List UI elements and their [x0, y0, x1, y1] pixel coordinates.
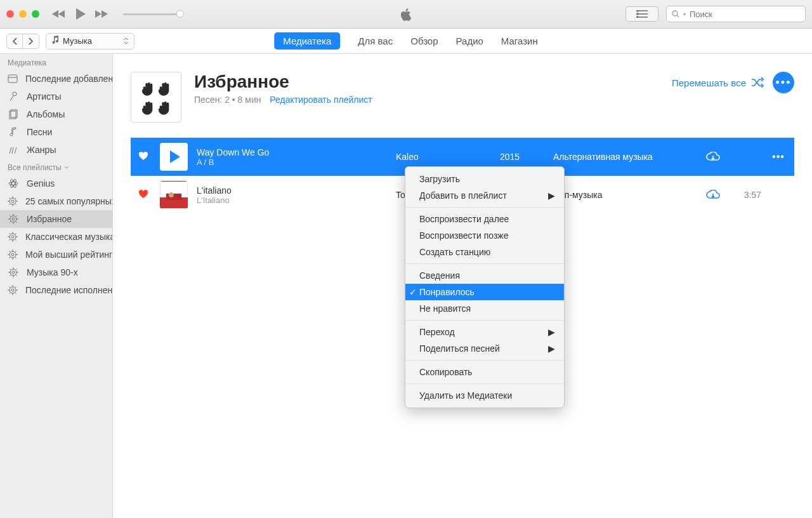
ctx-create-station[interactable]: Создать станцию — [405, 244, 564, 260]
svg-point-10 — [13, 92, 16, 96]
sidebar-playlist-90s[interactable]: Музыка 90-х — [0, 263, 112, 281]
check-icon: ✓ — [409, 287, 417, 297]
track-artwork[interactable] — [160, 143, 188, 171]
minimize-window-button[interactable] — [19, 10, 27, 18]
svg-point-3 — [637, 10, 638, 11]
sidebar-playlist-top-rated[interactable]: Мой высший рейтинг — [0, 246, 112, 263]
ctx-play-later[interactable]: Воспроизвести позже — [405, 227, 564, 244]
sidebar-item-label: Артисты — [27, 91, 62, 102]
playlist-artwork[interactable] — [131, 72, 181, 123]
sidebar-playlist-recent-played[interactable]: Последние исполнен… — [0, 281, 112, 299]
hand-icon — [157, 98, 171, 115]
svg-line-38 — [16, 215, 17, 216]
sidebar-section-playlists[interactable]: Все плейлисты — [0, 159, 112, 175]
track-artwork[interactable] — [160, 181, 188, 209]
volume-slider[interactable] — [123, 13, 180, 15]
sidebar-item-recently-added[interactable]: Последние добавлен… — [0, 70, 112, 88]
tab-browse[interactable]: Обзор — [410, 36, 438, 46]
svg-line-59 — [9, 257, 10, 258]
context-menu: Загрузить Добавить в плейлист▶ Воспроизв… — [405, 166, 565, 408]
ctx-download[interactable]: Загрузить — [405, 171, 564, 187]
track-title: Way Down We Go — [197, 147, 387, 157]
download-button[interactable] — [702, 190, 724, 200]
maximize-window-button[interactable] — [32, 10, 39, 18]
play-button[interactable] — [75, 8, 86, 20]
nav-back-button[interactable] — [6, 34, 23, 49]
svg-line-7 — [677, 15, 679, 17]
gear-icon — [8, 232, 18, 242]
ctx-share-song[interactable]: Поделиться песней▶ — [405, 340, 564, 357]
svg-point-61 — [12, 271, 15, 274]
svg-point-21 — [11, 200, 14, 203]
tab-radio[interactable]: Радио — [456, 36, 483, 46]
svg-line-78 — [15, 286, 16, 288]
svg-line-56 — [9, 251, 10, 252]
sidebar-item-label: Жанры — [27, 145, 56, 155]
more-options-button[interactable]: ••• — [773, 72, 794, 93]
loved-icon[interactable] — [138, 152, 151, 163]
svg-line-67 — [16, 275, 17, 276]
sidebar-playlist-classical[interactable]: Классическая музыка — [0, 228, 112, 246]
svg-line-68 — [16, 269, 17, 270]
next-track-button[interactable] — [95, 10, 109, 18]
library-selector-label: Музыка — [63, 36, 92, 46]
ctx-add-to-playlist[interactable]: Добавить в плейлист▶ — [405, 187, 564, 204]
tab-for-you[interactable]: Для вас — [358, 36, 393, 46]
sidebar-item-songs[interactable]: Песни — [0, 123, 112, 141]
ctx-dislike[interactable]: Не нравится — [405, 300, 564, 317]
ctx-play-next[interactable]: Воспроизвести далее — [405, 211, 564, 227]
sidebar-item-label: Последние добавлен… — [25, 74, 112, 84]
svg-line-36 — [10, 215, 11, 216]
track-year: 2015 — [500, 152, 544, 162]
track-duration: 3:57 — [733, 190, 761, 200]
ctx-love[interactable]: ✓Понравилось — [405, 284, 564, 300]
recently-added-icon — [8, 74, 18, 83]
library-selector[interactable]: Музыка — [46, 33, 134, 50]
previous-track-button[interactable] — [52, 10, 66, 18]
ctx-go-to[interactable]: Переход▶ — [405, 324, 564, 340]
playlist-header: Избранное Песен: 2 • 8 мин Редактировать… — [131, 72, 794, 123]
sidebar-item-label: Последние исполнен… — [25, 285, 112, 295]
download-button[interactable] — [702, 152, 724, 162]
sidebar-section-library: Медиатека — [0, 54, 112, 70]
atom-icon — [8, 178, 19, 189]
sidebar-playlist-favorites[interactable]: Избранное — [0, 210, 112, 228]
tab-library[interactable]: Медиатека — [274, 32, 340, 50]
play-icon — [170, 150, 180, 163]
sidebar-item-albums[interactable]: Альбомы — [0, 105, 112, 123]
ctx-copy[interactable]: Скопировать — [405, 364, 564, 380]
svg-point-41 — [11, 236, 14, 238]
shuffle-all-button[interactable]: Перемешать все — [672, 77, 764, 88]
album-art-icon — [165, 189, 183, 201]
svg-line-39 — [10, 222, 11, 223]
sidebar-item-label: Музыка 90-х — [27, 267, 78, 277]
sidebar-item-genres[interactable]: Жанры — [0, 141, 112, 159]
sidebar-playlist-genius[interactable]: Genius — [0, 175, 112, 192]
svg-point-4 — [637, 13, 638, 15]
loved-icon[interactable] — [138, 190, 151, 201]
toolbar: Музыка Медиатека Для вас Обзор Радио Маг… — [0, 29, 812, 54]
search-icon — [672, 10, 679, 18]
list-view-toggle[interactable] — [625, 6, 658, 22]
chevron-updown-icon — [124, 37, 129, 44]
gear-icon — [8, 285, 18, 295]
sidebar-item-artists[interactable]: Артисты — [0, 88, 112, 105]
ctx-delete-from-library[interactable]: Удалить из Медиатеки — [405, 387, 564, 404]
edit-playlist-link[interactable]: Редактировать плейлист — [270, 95, 372, 105]
ctx-info[interactable]: Сведения — [405, 267, 564, 284]
gear-icon — [8, 214, 19, 224]
svg-line-16 — [15, 147, 16, 154]
sidebar-playlist-top25[interactable]: 25 самых популярных — [0, 192, 112, 210]
hand-icon — [141, 98, 155, 115]
svg-line-14 — [10, 147, 11, 154]
nav-forward-button[interactable] — [23, 34, 39, 49]
track-more-button[interactable]: ••• — [770, 151, 787, 163]
sidebar-item-label: Избранное — [27, 214, 72, 224]
tab-store[interactable]: Магазин — [501, 36, 538, 46]
svg-point-71 — [11, 289, 14, 291]
svg-line-15 — [12, 147, 13, 154]
apple-logo-icon — [401, 8, 411, 23]
close-window-button[interactable] — [6, 10, 14, 18]
search-input[interactable] — [690, 10, 800, 19]
search-field[interactable]: ▾ — [666, 6, 806, 22]
